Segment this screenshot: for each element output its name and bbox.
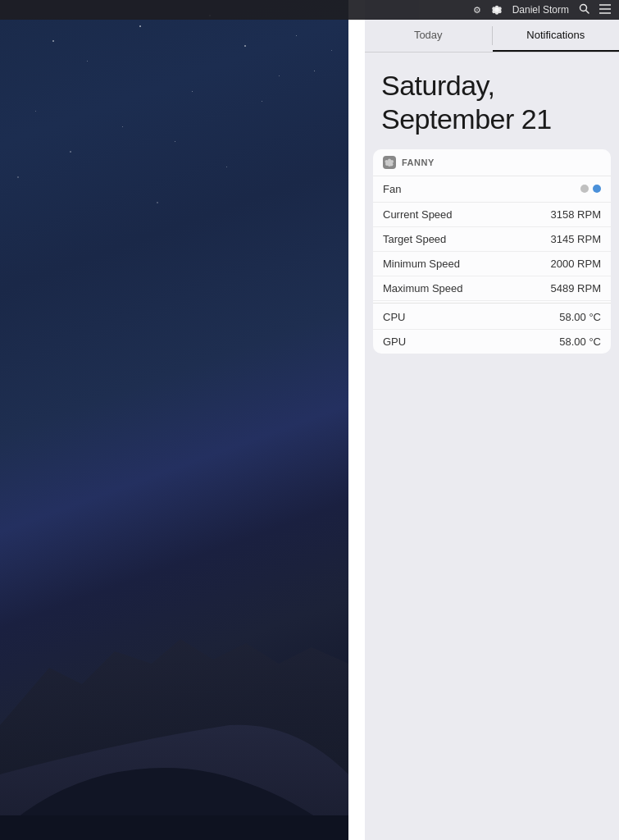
- menubar: ⚙ Daniel Storm: [0, 0, 619, 20]
- widget-body: Fan Current Speed 3158 RPM Target Speed …: [373, 176, 611, 354]
- gpu-value: 58.00 °C: [559, 336, 601, 348]
- hamburger-menu-icon[interactable]: [599, 4, 611, 16]
- target-speed-label: Target Speed: [383, 233, 446, 245]
- fan-dot-blue: [593, 185, 601, 193]
- svg-point-20: [388, 160, 391, 163]
- current-speed-value: 3158 RPM: [551, 208, 601, 221]
- fan-row: Fan: [373, 176, 611, 203]
- gpu-label: GPU: [383, 336, 406, 348]
- desktop-wallpaper: [0, 0, 348, 840]
- tab-notifications[interactable]: Notifications: [493, 20, 620, 52]
- max-speed-value: 5489 RPM: [551, 282, 601, 294]
- max-speed-row: Maximum Speed 5489 RPM: [373, 276, 611, 301]
- date-line1: Saturday,: [381, 70, 495, 101]
- target-speed-row: Target Speed 3145 RPM: [373, 227, 611, 252]
- fanny-menubar-icon[interactable]: ⚙: [473, 5, 481, 16]
- section-divider: [373, 303, 611, 304]
- fanny-widget: FANNY Fan Current Speed 3158 RPM Target …: [373, 149, 611, 354]
- fanny-widget-icon: [383, 156, 396, 169]
- current-speed-row: Current Speed 3158 RPM: [373, 203, 611, 227]
- flower-icon: [491, 4, 503, 16]
- date-line2: September 21: [381, 103, 552, 135]
- svg-point-8: [494, 8, 498, 12]
- current-speed-label: Current Speed: [383, 208, 453, 221]
- fan-label: Fan: [383, 183, 401, 195]
- fan-indicators: [580, 185, 601, 193]
- target-speed-value: 3145 RPM: [551, 233, 601, 245]
- nc-tabs: Today Notifications: [365, 20, 619, 52]
- cpu-label: CPU: [383, 311, 405, 323]
- max-speed-label: Maximum Speed: [383, 282, 463, 294]
- cpu-temp-row: CPU 58.00 °C: [373, 305, 611, 330]
- widget-header: FANNY: [373, 149, 611, 176]
- search-icon[interactable]: [579, 3, 589, 16]
- menubar-right: ⚙ Daniel Storm: [473, 3, 611, 16]
- fanny-widget-title: FANNY: [402, 158, 435, 167]
- fan-icon: [385, 158, 394, 167]
- user-name: Daniel Storm: [512, 4, 569, 16]
- svg-rect-1: [0, 815, 348, 840]
- svg-line-10: [586, 11, 589, 14]
- landscape-svg: [0, 430, 348, 840]
- gpu-temp-row: GPU 58.00 °C: [373, 330, 611, 354]
- min-speed-label: Minimum Speed: [383, 258, 460, 270]
- nc-date-heading: Saturday, September 21: [365, 52, 619, 149]
- cpu-value: 58.00 °C: [559, 311, 601, 323]
- fan-dot-gray: [580, 185, 589, 193]
- menubar-user[interactable]: Daniel Storm: [512, 4, 569, 16]
- tab-today[interactable]: Today: [365, 20, 492, 52]
- stars-layer: [0, 0, 348, 504]
- apple-logo-group: [491, 4, 503, 16]
- notification-center-panel: Today Notifications Saturday, September …: [365, 0, 619, 840]
- min-speed-value: 2000 RPM: [551, 258, 601, 270]
- min-speed-row: Minimum Speed 2000 RPM: [373, 252, 611, 276]
